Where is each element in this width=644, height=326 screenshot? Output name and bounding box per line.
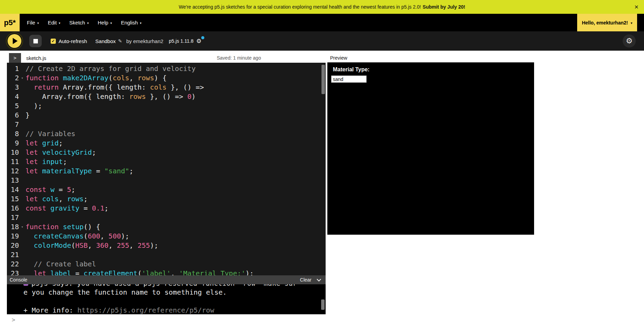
chevron-down-icon: ▾: [140, 21, 142, 25]
line-number: 10: [7, 148, 19, 157]
console-text: + More info:: [23, 306, 78, 314]
close-icon[interactable]: ×: [634, 3, 638, 10]
console-line: p5js says: you have used a p5js reserved…: [23, 284, 326, 288]
console-clear-button[interactable]: Clear: [300, 277, 311, 283]
console-text: e you change the function name to someth…: [23, 288, 227, 296]
user-greeting: Hello, emekturhan2!: [582, 20, 628, 26]
code-line[interactable]: 10let velocityGrid;: [7, 148, 326, 157]
p5-logo[interactable]: p5*: [0, 14, 20, 31]
console-prompt-icon[interactable]: >: [12, 316, 15, 323]
code-line[interactable]: 11let input;: [7, 157, 326, 166]
preview-label: Preview: [330, 53, 347, 63]
code-text: }: [25, 111, 326, 120]
console-title: Console: [10, 277, 27, 283]
settings-button[interactable]: ⚙: [623, 34, 636, 48]
p5-version-label: p5.js 1.11.8: [169, 38, 193, 44]
fold-gutter: [19, 166, 25, 176]
code-text: function setup() {: [25, 222, 326, 232]
menu-label: Sketch: [69, 20, 85, 26]
menu-edit[interactable]: Edit▾: [43, 14, 65, 31]
material-type-input[interactable]: [331, 75, 367, 83]
line-number: 12: [7, 166, 19, 176]
fold-arrow-icon[interactable]: ▾: [19, 222, 25, 232]
console-scrollbar-thumb[interactable]: [321, 299, 325, 310]
chevron-down-icon[interactable]: [317, 277, 321, 282]
menu-file[interactable]: File▾: [22, 14, 43, 31]
code-line[interactable]: 16const gravity = 0.1;: [7, 204, 326, 213]
console-line: e you change the function name to someth…: [23, 288, 326, 297]
code-line[interactable]: 13: [7, 176, 326, 185]
saved-status: Saved: 1 minute ago: [217, 53, 261, 63]
fold-gutter: [19, 213, 25, 222]
chevron-down-icon: ▾: [631, 21, 632, 25]
play-button[interactable]: [8, 34, 21, 48]
preview-canvas[interactable]: Material Type:: [327, 62, 534, 235]
code-line[interactable]: 2▾function make2DArray(cols, rows) {: [7, 73, 326, 83]
line-number: 22: [7, 259, 19, 269]
fold-gutter: [19, 241, 25, 250]
code-editor[interactable]: 1// Create 2D arrays for grid and veloci…: [7, 63, 326, 275]
code-text: [25, 120, 326, 129]
line-number: 4: [7, 92, 19, 101]
sidebar-collapse-button[interactable]: >: [9, 53, 21, 63]
code-text: createCanvas(600, 500);: [25, 232, 326, 241]
code-text: const gravity = 0.1;: [25, 204, 326, 213]
code-text: return Array.from({ length: cols }, () =…: [25, 83, 326, 92]
p5-flower-icon: [23, 284, 28, 286]
code-text: const w = 5;: [25, 185, 326, 194]
code-line[interactable]: 22 // Create label: [7, 259, 326, 269]
banner-cta[interactable]: Submit by July 20!: [423, 4, 466, 10]
code-text: let velocityGrid;: [25, 148, 326, 157]
stop-icon: [33, 39, 38, 43]
code-line[interactable]: 9let grid;: [7, 139, 326, 148]
code-text: let label = createElement('label', 'Mate…: [25, 269, 326, 275]
line-number: 14: [7, 185, 19, 194]
code-text: // Variables: [25, 129, 326, 139]
code-text: [25, 176, 326, 185]
editor-scrollbar-thumb[interactable]: [321, 65, 325, 94]
menu-sketch[interactable]: Sketch▾: [65, 14, 93, 31]
auto-refresh-checkbox[interactable]: ✓: [51, 39, 56, 44]
line-number: 19: [7, 232, 19, 241]
gear-icon: ⚙: [626, 37, 633, 45]
code-line[interactable]: 5 );: [7, 101, 326, 111]
code-line[interactable]: 3 return Array.from({ length: cols }, ()…: [7, 83, 326, 92]
code-line[interactable]: 15let cols, rows;: [7, 194, 326, 204]
code-line[interactable]: 7: [7, 120, 326, 129]
code-line[interactable]: 8// Variables: [7, 129, 326, 139]
fold-gutter: [19, 120, 25, 129]
menu-help[interactable]: Help▾: [93, 14, 116, 31]
menu-english[interactable]: English▾: [116, 14, 146, 31]
fold-arrow-icon[interactable]: ▾: [19, 73, 25, 83]
tab-sketch-js[interactable]: sketch.js: [26, 53, 46, 63]
code-line[interactable]: 17: [7, 213, 326, 222]
fold-gutter: [19, 83, 25, 92]
code-line[interactable]: 4 Array.from({ length: rows }, () => 0): [7, 92, 326, 101]
sketch-name[interactable]: Sandbox: [95, 38, 116, 44]
fold-gutter: [19, 157, 25, 166]
fold-gutter: [19, 194, 25, 204]
console-header: Console Clear: [7, 275, 326, 284]
code-line[interactable]: 6}: [7, 111, 326, 120]
code-line[interactable]: 23 let label = createElement('label', 'M…: [7, 269, 326, 275]
code-line[interactable]: 14const w = 5;: [7, 185, 326, 194]
code-line[interactable]: 12let materialType = "sand";: [7, 166, 326, 176]
menu-label: Edit: [48, 20, 57, 26]
console-link[interactable]: https://p5js.org/reference/p5/row: [78, 306, 214, 314]
user-account-button[interactable]: Hello, emekturhan2! ▾: [577, 14, 637, 31]
fold-gutter: [19, 139, 25, 148]
code-line[interactable]: 19 createCanvas(600, 500);: [7, 232, 326, 241]
menu-label: Help: [98, 20, 108, 26]
stop-button[interactable]: [29, 35, 42, 47]
sketch-author[interactable]: by emekturhan2: [126, 38, 164, 44]
code-lines: 1// Create 2D arrays for grid and veloci…: [7, 64, 326, 275]
code-line[interactable]: 18▾function setup() {: [7, 222, 326, 232]
code-line[interactable]: 20 colorMode(HSB, 360, 255, 255);: [7, 241, 326, 250]
edit-name-icon[interactable]: ✎: [118, 38, 122, 44]
code-line[interactable]: 1// Create 2D arrays for grid and veloci…: [7, 64, 326, 73]
check-icon: ✓: [51, 39, 55, 43]
version-settings-icon[interactable]: ⚙: [196, 38, 201, 45]
fold-gutter: [19, 129, 25, 139]
line-number: 13: [7, 176, 19, 185]
code-line[interactable]: 21: [7, 250, 326, 259]
